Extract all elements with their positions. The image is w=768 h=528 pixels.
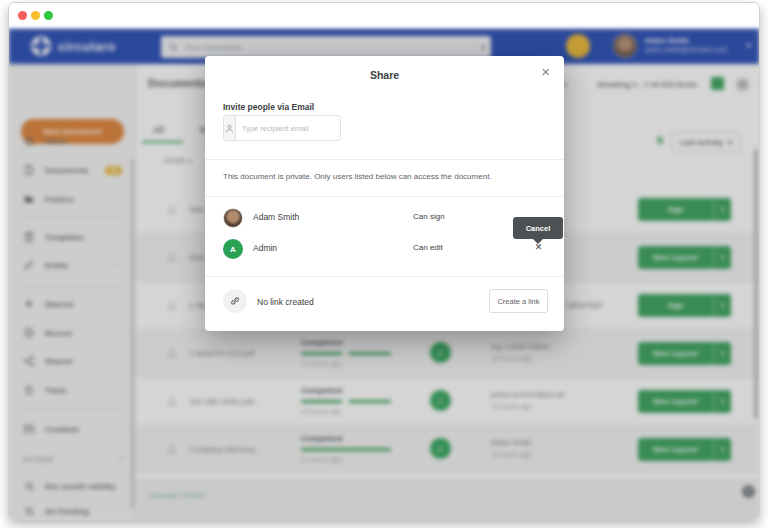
share-modal: Share × Invite people via Email This doc… bbox=[205, 56, 564, 331]
permission-dropdown[interactable]: Can edit bbox=[413, 243, 443, 252]
modal-divider bbox=[205, 276, 564, 277]
permission-dropdown[interactable]: Can sign bbox=[413, 212, 445, 221]
link-icon bbox=[223, 289, 247, 313]
create-link-button[interactable]: Create a link bbox=[489, 289, 548, 313]
invite-label: Invite people via Email bbox=[223, 102, 314, 112]
user-avatar: A bbox=[223, 239, 243, 259]
shared-user-name: Adam Smith bbox=[253, 212, 299, 222]
window-titlebar bbox=[9, 3, 759, 29]
recipient-email-input[interactable] bbox=[236, 116, 341, 140]
app-area: circularo ▾ Adam Smith adam.smith@circul… bbox=[9, 29, 759, 520]
link-status-text: No link created bbox=[257, 297, 314, 307]
privacy-text: This document is private. Only users lis… bbox=[223, 172, 492, 181]
close-icon[interactable]: × bbox=[541, 64, 550, 79]
person-icon bbox=[224, 116, 236, 140]
shared-user-name: Admin bbox=[253, 243, 277, 253]
modal-divider bbox=[205, 196, 564, 197]
browser-window: circularo ▾ Adam Smith adam.smith@circul… bbox=[8, 2, 760, 520]
modal-title: Share bbox=[205, 69, 564, 81]
modal-divider bbox=[205, 159, 564, 160]
screen: circularo ▾ Adam Smith adam.smith@circul… bbox=[0, 0, 768, 528]
shared-user-row: A Admin Can edit × bbox=[205, 234, 564, 265]
close-window-button[interactable] bbox=[18, 11, 27, 20]
minimize-window-button[interactable] bbox=[31, 11, 40, 20]
user-avatar bbox=[223, 208, 243, 228]
cancel-tooltip: Cancel bbox=[513, 217, 563, 239]
zoom-window-button[interactable] bbox=[44, 11, 53, 20]
recipient-email-field[interactable] bbox=[223, 115, 341, 141]
shared-user-row: Adam Smith Can sign bbox=[205, 203, 564, 234]
